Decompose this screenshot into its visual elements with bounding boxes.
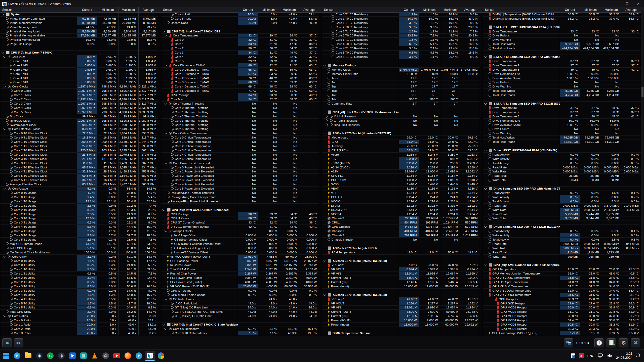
- chevron-down-icon[interactable]: [3, 55, 6, 58]
- sensor-row[interactable]: Core 3 Thermal ThrottlingNoNoNo: [161, 119, 322, 123]
- sensor-row[interactable]: Core 1 Clock1,997.1 MHz798.6 MHz4,896.4 …: [0, 93, 161, 97]
- swap-columns-button[interactable]: ◀▶: [2, 338, 12, 347]
- sensor-row[interactable]: Virtual Memory Committed9,038 MB7,640 MB…: [0, 17, 161, 21]
- sensor-row[interactable]: GPU Media Engine Usage0.0 %0.0 %0.0 %0.0…: [161, 293, 322, 297]
- sensor-row[interactable]: GPU VR VDDC Temperature31.8 °C31.8 °C35.…: [483, 276, 644, 280]
- sensor-row[interactable]: Core 4 Thermal ThrottlingNoNoNo: [161, 123, 322, 127]
- sensor-row[interactable]: GPU MCD6 Hotspot30.3 °C30.3 °C32.1 °C31.…: [483, 327, 644, 331]
- taskbar-icon-teal-app[interactable]: ▦: [78, 351, 89, 361]
- sensor-row[interactable]: Drive WarningNoNoNo: [483, 131, 644, 135]
- chevron-down-icon[interactable]: [1, 13, 4, 15]
- sensor-row[interactable]: Rest-of-Chip Power2.267 W2.267 W2.681 W2…: [161, 272, 322, 276]
- volume-icon[interactable]: [607, 353, 613, 358]
- sensor-row[interactable]: Core 5 T1 Usage2.6 %0.3 %25.9 %7.5 %: [0, 238, 161, 242]
- sensor-row[interactable]: Core 1 T0 Usage13.1 %13.1 %55.4 %32.3 %: [0, 199, 161, 204]
- sensor-row[interactable]: Write Rate0.000 MB/s0.000 MB/s0.000 MB/s…: [483, 170, 644, 174]
- sensor-row[interactable]: +3.3V (AVCC)3.296 V3.280 V3.296 V3.283 V: [322, 161, 483, 165]
- sensor-row[interactable]: VCCIO1.216 V1.216 V1.216 V1.216 V: [322, 199, 483, 204]
- column-header-maximum[interactable]: Maximum: [118, 7, 138, 12]
- chevron-down-icon[interactable]: [3, 255, 6, 258]
- sensor-row[interactable]: Read Rate0.000 MB/s0.000 MB/s0.000 MB/s0…: [483, 165, 644, 170]
- sensor-row[interactable]: Core 1 Thermal ThrottlingNoNoNo: [161, 110, 322, 114]
- sensor-row[interactable]: Core 1 Ratio20.0 x8.0 x49.0 x33.2 x: [0, 323, 161, 327]
- sensor-row[interactable]: Core 0 VID0.805 V0.660 V1.290 V1.034 V: [0, 59, 161, 63]
- chevron-down-icon[interactable]: [3, 187, 6, 190]
- sensor-row[interactable]: VCCSA1.264 V1.264 V1.264 V1.264 V: [322, 212, 483, 216]
- sensor-row[interactable]: Core 0 T0 Utility1.4 %1.4 %50.1 %17.4 %: [0, 259, 161, 263]
- sensor-row[interactable]: Core 3 Clock1,997.1 MHz798.6 MHz4,896.4 …: [0, 102, 161, 106]
- column-header-minimum[interactable]: Minimum: [258, 7, 279, 12]
- column-header-minimum[interactable]: Minimum: [580, 7, 601, 12]
- section-row[interactable]: Memory Timings: [322, 63, 483, 68]
- taskbar-icon-firefox[interactable]: [123, 351, 133, 361]
- section-row[interactable]: CPU [#0]: Intel Core i7-8700K: [0, 51, 161, 55]
- sensor-row[interactable]: Total Activity0.0 %0.0 %5.3 %0.8 %: [483, 199, 644, 204]
- column-header-average[interactable]: Average: [460, 7, 480, 12]
- sensor-row[interactable]: CPU Package36 °C33 °C54 °C40 °C: [161, 212, 322, 216]
- chevron-down-icon[interactable]: [323, 131, 326, 134]
- column-header-sensor[interactable]: Sensor: [483, 7, 560, 12]
- chevron-down-icon[interactable]: [1, 51, 4, 54]
- sensor-row[interactable]: Core 0 Critical TemperatureNoNoNo: [161, 135, 322, 140]
- sensor-row[interactable]: Drive WarningNoNoNo: [483, 38, 644, 42]
- sensor-row[interactable]: GPU GCD Hotspot27.6 °C27.6 °C28.9 °C28.3…: [483, 301, 644, 306]
- sensor-row[interactable]: Core 4 Distance to TjMAX68 °C48 °C68 °C6…: [161, 84, 322, 89]
- sensor-row[interactable]: Read Total5,755 MB5,744 MB5,755 MB: [483, 212, 644, 216]
- sensor-row[interactable]: VR VIN12.031 V11.890 V12.054 V11.994 V: [322, 306, 483, 310]
- sensor-row[interactable]: Bus Clock99.9 MHz99.8 MHz99.9 MHz99.9 MH…: [0, 114, 161, 119]
- sensor-row[interactable]: Uncore Ratio20.0 x8.0 x44.0 x30.9 x: [161, 21, 322, 25]
- sensor-row[interactable]: IA Limit ReasonsNoNoNo: [322, 114, 483, 119]
- section-row[interactable]: Drive: Samsung SSD 990 PRO with Heatsink…: [483, 187, 644, 191]
- sensor-row[interactable]: Core Usage5.1 %0.3 %55.4 %14.5 %: [0, 187, 161, 191]
- sensor-row[interactable]: Core 2 Power Limit ExceededNoNoNo: [161, 174, 322, 178]
- sensor-row[interactable]: Core 230 °C30 °C54 °C37 °C: [161, 46, 322, 51]
- sensor-row[interactable]: Core 2 T1 C0 Residency2.6 %1.1 %21.9 %7.…: [322, 29, 483, 34]
- chevron-right-icon[interactable]: [325, 123, 328, 126]
- sensor-row[interactable]: VR VOUT0.994 V0.993 V0.995 V0.994 V: [322, 267, 483, 272]
- sensor-row[interactable]: Core 4 Ratio20.0 x8.0 x49.0 x33.4 x: [161, 12, 322, 17]
- sensor-row[interactable]: Auxiliary25.0 °C25.0 °C25.0 °C25.0 °C: [322, 144, 483, 148]
- start-button[interactable]: [1, 351, 11, 361]
- sensor-row[interactable]: VR Loop141.0 °C41.0 °C42.0 °C41.9 °C: [322, 297, 483, 301]
- sensor-row[interactable]: Core Thermal ThrottlingNoNoNo: [161, 102, 322, 106]
- sensor-row[interactable]: Core 4 T1 Effective Clock32.2 MHz28.9 MH…: [0, 170, 161, 174]
- sensor-row[interactable]: Total Host Reads51,391 GB51,391 GB51,391…: [483, 140, 644, 144]
- taskbar-icon-file-explorer[interactable]: [23, 351, 33, 361]
- sensor-row[interactable]: Core 5 T0 C0 Residency6.8 %4.6 %38.1 %18…: [322, 51, 483, 55]
- sensor-row[interactable]: Core 0 T0 C0 Residency7.3 %7.1 %40.3 %19…: [161, 331, 322, 335]
- sensor-row[interactable]: Core Utility2.1 %0.2 %69.1 %14.7 %: [0, 255, 161, 259]
- chevron-down-icon[interactable]: [484, 102, 487, 105]
- sensor-row[interactable]: Core 4 VID0.805 V0.660 V1.290 V1.038 V: [0, 76, 161, 80]
- sensor-row[interactable]: Core 3 VID0.805 V0.660 V1.290 V1.035 V: [0, 72, 161, 76]
- sensor-row[interactable]: Drive Temperature 237 °C37 °C38 °C37 °C: [483, 110, 644, 114]
- taskbar-icon-color-wheel[interactable]: [156, 351, 166, 361]
- sensor-row[interactable]: Physical Memory Available27,354 MB27,147…: [0, 34, 161, 38]
- sensor-row[interactable]: Core 0 T1 Utility0.3 %0.3 %21.9 %5.6 %: [0, 263, 161, 267]
- sensor-row[interactable]: Drive Temperature 237 °C37 °C37 °C37 °C: [483, 63, 644, 68]
- sensor-row[interactable]: Page File Usage0.0 %0.0 %0.0 %0.0 %: [0, 42, 161, 46]
- sensor-row[interactable]: Core 3 Distance to TjMAX66 °C51 °C69 °C6…: [161, 80, 322, 85]
- sensor-row[interactable]: Core 5 T0 Effective Clock69.3 MHz63.5 MH…: [0, 174, 161, 178]
- chevron-down-icon[interactable]: [164, 131, 167, 134]
- sensor-row[interactable]: Read Activity0.0 %0.0 %1.6 %0.1 %: [483, 191, 644, 195]
- chevron-down-icon[interactable]: [162, 323, 165, 326]
- sensor-row[interactable]: GT (Unslice) OC Ratio Limit24.0 x24.0 x2…: [161, 314, 322, 318]
- sensor-row[interactable]: Read Total1,713 MB1,710 MB1,713 MB: [483, 250, 644, 255]
- tray-clock[interactable]: 3:21 24.08.2024: [616, 352, 632, 360]
- sensor-row[interactable]: Drive WarningNoNoNo: [483, 84, 644, 89]
- sensor-row[interactable]: VBAT3.136 V3.136 V3.136 V3.136 V: [322, 187, 483, 191]
- sensor-row[interactable]: Core 0 Clock1,997.1 MHz798.6 MHz4,896.4 …: [0, 89, 161, 93]
- sensor-row[interactable]: Core 5 Clock1,997.1 MHz798.6 MHz4,896.4 …: [0, 110, 161, 114]
- column-header-maximum[interactable]: Maximum: [601, 7, 621, 12]
- sensor-row[interactable]: Chassis3738 RPM721 RPM1,315 RPM943 RPM: [322, 216, 483, 221]
- sensor-row[interactable]: Command Rate2 T2 T2 T: [322, 102, 483, 106]
- sensor-row[interactable]: GPU Core Voltage (VDDCR_GFX)0.179 V0.155…: [483, 331, 644, 335]
- sensor-row[interactable]: Power (Input)13.000 W12.000 W58.000 W25.…: [322, 284, 483, 289]
- sensor-row[interactable]: Drive Available Spare100.0 %100.0 %100.0…: [483, 76, 644, 80]
- sensor-row[interactable]: Chassis1404 RPM404 RPM714 RPM488 RPM: [322, 229, 483, 233]
- close-button[interactable]: ✕: [633, 0, 644, 7]
- sensor-row[interactable]: Drive Remaining Life100.0 %100.0 %100.0 …: [483, 72, 644, 76]
- sensor-row[interactable]: GPU MCD2 Hotspot31.1 °C31.1 °C32.8 °C31.…: [483, 310, 644, 314]
- sensor-row[interactable]: CLR (CBo/LLC/Ring) OC Ratio Limit44.0 x4…: [161, 310, 322, 314]
- sensor-row[interactable]: GPU GT Usage0.0 %0.0 %0.0 %0.0 %: [161, 289, 322, 293]
